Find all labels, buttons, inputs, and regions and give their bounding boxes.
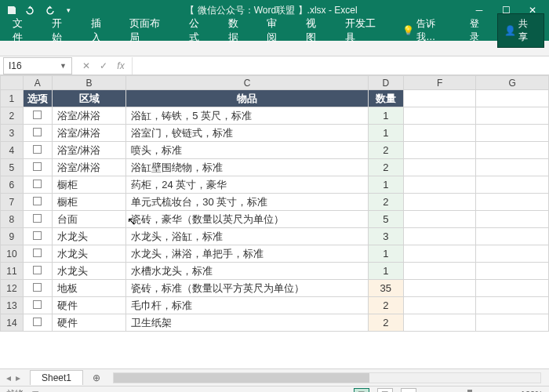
cell[interactable]: 橱柜 — [52, 194, 126, 211]
cell[interactable]: 2 — [368, 194, 403, 211]
sheet-nav-arrows[interactable]: ◂▸ — [0, 372, 27, 383]
cell[interactable] — [476, 228, 549, 245]
cell[interactable] — [403, 125, 476, 142]
zoom-out-icon[interactable]: − — [424, 390, 429, 393]
cell[interactable]: 35 — [368, 280, 403, 297]
cell[interactable]: 地板 — [52, 280, 126, 297]
cell[interactable]: 水龙头 — [52, 228, 126, 245]
tab-review[interactable]: 审阅 — [259, 13, 295, 48]
row-header[interactable]: 12 — [1, 280, 24, 297]
col-header[interactable]: D — [368, 76, 403, 90]
cell[interactable]: 2 — [368, 314, 403, 332]
col-header[interactable]: C — [126, 76, 368, 90]
checkbox-icon[interactable] — [33, 128, 42, 136]
cell[interactable]: 2 — [368, 142, 403, 159]
checkbox-icon[interactable] — [33, 283, 42, 292]
enter-formula-icon[interactable]: ✓ — [96, 60, 111, 71]
checkbox-icon[interactable] — [33, 214, 42, 223]
checkbox-cell[interactable] — [23, 125, 52, 142]
cell[interactable] — [476, 107, 549, 125]
checkbox-cell[interactable] — [23, 280, 52, 297]
checkbox-icon[interactable] — [33, 145, 42, 154]
cell[interactable] — [403, 90, 476, 107]
col-header[interactable]: G — [476, 76, 549, 90]
cell[interactable] — [476, 263, 549, 280]
cancel-formula-icon[interactable]: ✕ — [78, 60, 94, 71]
cell[interactable]: 瓷砖，标准（数量以平方英尺为单位） — [126, 280, 368, 297]
tab-home[interactable]: 开始 — [44, 13, 80, 48]
page-break-view-icon[interactable]: ▭ — [401, 388, 416, 393]
cell[interactable] — [476, 142, 549, 159]
tell-me-button[interactable]: 💡告诉我… — [396, 14, 460, 47]
normal-view-icon[interactable]: ▦ — [354, 388, 369, 393]
zoom-in-icon[interactable]: + — [507, 390, 512, 393]
col-header[interactable]: B — [52, 76, 126, 90]
checkbox-icon[interactable] — [33, 162, 42, 171]
name-box[interactable]: I16 ▼ — [3, 57, 72, 74]
cell[interactable]: 物品 — [126, 90, 368, 107]
chevron-down-icon[interactable]: ▼ — [60, 62, 67, 70]
row-header[interactable]: 6 — [1, 176, 24, 194]
spreadsheet-grid[interactable]: A B C D F G 1选项区域物品数量2浴室/淋浴浴缸，铸铁，5 英尺，标准… — [0, 75, 549, 368]
cell[interactable]: 浴室/淋浴 — [52, 125, 126, 142]
formula-input[interactable] — [132, 57, 549, 74]
checkbox-cell[interactable] — [23, 107, 52, 125]
add-sheet-button[interactable]: ⊕ — [88, 371, 105, 385]
checkbox-cell[interactable] — [23, 314, 52, 332]
cell[interactable]: 1 — [368, 107, 403, 125]
cell[interactable]: 喷头，标准 — [126, 142, 368, 159]
row-header[interactable]: 8 — [1, 211, 24, 228]
cell[interactable]: 1 — [368, 245, 403, 263]
cell[interactable]: 卫生纸架 — [126, 314, 368, 332]
cell[interactable] — [476, 125, 549, 142]
cell[interactable] — [403, 142, 476, 159]
checkbox-cell[interactable] — [23, 228, 52, 245]
cell[interactable] — [403, 159, 476, 176]
row-header[interactable]: 3 — [1, 125, 24, 142]
cell[interactable]: 1 — [368, 125, 403, 142]
checkbox-cell[interactable] — [23, 159, 52, 176]
cell[interactable]: 台面 — [52, 211, 126, 228]
cell[interactable]: 浴缸壁围绕物，标准 — [126, 159, 368, 176]
tab-page-layout[interactable]: 页面布局 — [122, 13, 178, 48]
tab-insert[interactable]: 插入 — [83, 13, 119, 48]
row-header[interactable]: 1 — [1, 90, 24, 107]
row-header[interactable]: 10 — [1, 245, 24, 263]
checkbox-cell[interactable] — [23, 263, 52, 280]
checkbox-cell[interactable] — [23, 176, 52, 194]
login-button[interactable]: 登录 — [464, 14, 495, 47]
cell[interactable]: 浴室/淋浴 — [52, 107, 126, 125]
row-header[interactable]: 5 — [1, 159, 24, 176]
row-header[interactable]: 2 — [1, 107, 24, 125]
horizontal-scrollbar[interactable] — [113, 372, 541, 383]
cell[interactable]: 区域 — [52, 90, 126, 107]
page-layout-view-icon[interactable]: ▤ — [377, 388, 393, 393]
cell[interactable]: 1 — [368, 176, 403, 194]
cell[interactable]: 1 — [368, 263, 403, 280]
cell[interactable]: 水龙头，淋浴，单把手，标准 — [126, 245, 368, 263]
checkbox-cell[interactable] — [23, 142, 52, 159]
cell[interactable]: 水龙头 — [52, 245, 126, 263]
cell[interactable] — [476, 297, 549, 314]
row-header[interactable]: 13 — [1, 297, 24, 314]
tab-formulas[interactable]: 公式 — [181, 13, 217, 48]
fx-icon[interactable]: fx — [113, 60, 129, 71]
cell[interactable] — [403, 194, 476, 211]
cell[interactable]: 3 — [368, 228, 403, 245]
cell[interactable] — [476, 314, 549, 332]
row-header[interactable]: 9 — [1, 228, 24, 245]
checkbox-icon[interactable] — [33, 318, 42, 326]
col-header[interactable]: A — [23, 76, 52, 90]
cell[interactable]: 浴缸，铸铁，5 英尺，标准 — [126, 107, 368, 125]
cell[interactable] — [403, 263, 476, 280]
cell[interactable]: 单元式梳妆台，30 英寸，标准 — [126, 194, 368, 211]
cell[interactable]: 药柜，24 英寸，豪华 — [126, 176, 368, 194]
macro-record-icon[interactable]: ▢ — [31, 389, 39, 392]
checkbox-cell[interactable] — [23, 245, 52, 263]
checkbox-icon[interactable] — [33, 249, 42, 257]
cell[interactable] — [403, 211, 476, 228]
tab-data[interactable]: 数据 — [220, 13, 256, 48]
checkbox-icon[interactable] — [33, 300, 42, 309]
cell[interactable]: 毛巾杆，标准 — [126, 297, 368, 314]
cell[interactable] — [403, 245, 476, 263]
